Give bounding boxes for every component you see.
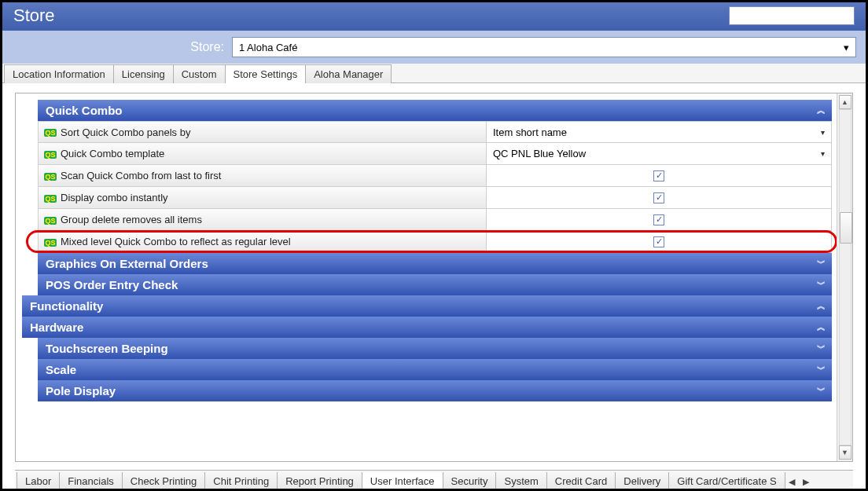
checkbox[interactable]: ✓ (653, 214, 664, 225)
settings-row-dropdown[interactable]: QC PNL Blue Yellow▾ (487, 143, 831, 164)
section-title: Quick Combo (46, 104, 123, 117)
tab-bottom[interactable]: User Interface (362, 472, 443, 491)
store-label: Store: (12, 40, 224, 54)
chevron-down-icon: ▾ (821, 128, 825, 137)
svg-text:QS: QS (45, 129, 55, 137)
svg-text:QS: QS (45, 217, 55, 225)
settings-row-label: QSScan Quick Combo from last to first (39, 165, 487, 186)
settings-row: QSDisplay combo instantly✓ (38, 187, 832, 209)
tabs-top: Location InformationLicensingCustomStore… (2, 64, 866, 83)
settings-row-label: QSDisplay combo instantly (39, 187, 487, 208)
store-dropdown-value: 1 Aloha Café (239, 42, 297, 53)
settings-row-checkbox-cell[interactable]: ✓ (487, 165, 831, 186)
tab-bottom[interactable]: Financials (59, 472, 123, 491)
settings-row-label-text: Sort Quick Combo panels by (61, 126, 190, 138)
checkbox[interactable]: ✓ (653, 170, 664, 181)
tab-bottom[interactable]: System (495, 472, 546, 491)
tab-bottom[interactable]: Delivery (615, 472, 669, 491)
collapse-up-icon: ︽ (817, 321, 824, 333)
section-title: Scale (46, 363, 76, 376)
store-dropdown[interactable]: 1 Aloha Café ▾ (232, 37, 856, 57)
section-header-scale[interactable]: Scale ︾ (38, 359, 832, 380)
section-title: Hardware (30, 321, 83, 334)
tab-top[interactable]: Store Settings (225, 64, 307, 83)
tab-top[interactable]: Aloha Manager (305, 64, 392, 83)
app-title: Store (13, 5, 55, 26)
settings-row-label: QSSort Quick Combo panels by (39, 122, 487, 142)
dropdown-value: QC PNL Blue Yellow (493, 148, 586, 159)
dropdown-value: Item short name (493, 126, 567, 138)
expand-down-icon: ︾ (817, 364, 824, 376)
settings-row-label-text: Group delete removes all items (61, 214, 202, 225)
section-header-pos-order[interactable]: POS Order Entry Check ︾ (38, 274, 832, 295)
qs-icon: QS (43, 148, 57, 160)
titlebar-search-input[interactable] (729, 6, 855, 25)
tab-top[interactable]: Location Information (4, 64, 114, 83)
settings-panel: Quick Combo ︽ QSSort Quick Combo panels … (15, 93, 853, 462)
settings-row-label-text: Quick Combo template (61, 148, 164, 159)
svg-text:QS: QS (45, 173, 55, 181)
qs-icon: QS (43, 126, 57, 138)
settings-row: QSGroup delete removes all items✓ (38, 209, 832, 231)
svg-text:QS: QS (45, 195, 55, 203)
tabs-bottom: LaborFinancialsCheck PrintingChit Printi… (15, 470, 853, 491)
settings-row-checkbox-cell[interactable]: ✓ (487, 209, 831, 230)
section-title: Touchscreen Beeping (46, 342, 168, 355)
tab-scroll-left-icon[interactable]: ◀ (785, 475, 799, 489)
svg-text:QS: QS (45, 151, 55, 159)
title-bar: Store (2, 2, 866, 31)
settings-row-checkbox-cell[interactable]: ✓ (487, 187, 831, 208)
tab-top[interactable]: Licensing (113, 64, 174, 83)
tab-bottom[interactable]: Check Printing (122, 472, 206, 491)
settings-row-label: QSQuick Combo template (39, 143, 487, 164)
tab-bottom[interactable]: Labor (17, 472, 60, 491)
settings-row: QSScan Quick Combo from last to first✓ (38, 165, 832, 187)
section-title: Functionality (30, 299, 103, 313)
settings-row-label-text: Scan Quick Combo from last to first (61, 170, 221, 181)
tab-bottom[interactable]: Credit Card (546, 472, 616, 491)
checkbox[interactable]: ✓ (653, 192, 664, 203)
qs-icon: QS (43, 236, 57, 248)
tab-top[interactable]: Custom (173, 64, 226, 83)
collapse-up-icon: ︽ (817, 104, 824, 116)
tab-bottom[interactable]: Gift Card/Certificate S (668, 472, 785, 491)
scroll-down-arrow-icon[interactable]: ▼ (839, 445, 851, 460)
section-header-functionality[interactable]: Functionality ︽ (22, 295, 832, 317)
vertical-scrollbar[interactable]: ▲ ▼ (837, 93, 852, 461)
settings-row-label-text: Mixed level Quick Combo to reflect as re… (61, 236, 291, 247)
settings-row-dropdown[interactable]: Item short name▾ (487, 122, 831, 142)
scroll-up-arrow-icon[interactable]: ▲ (839, 95, 851, 109)
settings-row-label: QSMixed level Quick Combo to reflect as … (39, 231, 487, 252)
tab-bottom[interactable]: Chit Printing (204, 472, 278, 491)
settings-row: QSQuick Combo templateQC PNL Blue Yellow… (38, 143, 832, 165)
settings-row: QSMixed level Quick Combo to reflect as … (38, 231, 832, 253)
settings-scroll-area[interactable]: Quick Combo ︽ QSSort Quick Combo panels … (16, 93, 837, 461)
tab-bottom[interactable]: Report Printing (277, 472, 362, 491)
tab-bottom[interactable]: Security (443, 472, 497, 491)
expand-down-icon: ︾ (817, 258, 824, 269)
section-header-touchscreen[interactable]: Touchscreen Beeping ︾ (38, 338, 832, 359)
section-header-pole-display[interactable]: Pole Display ︾ (38, 380, 832, 401)
store-selector-bar: Store: 1 Aloha Café ▾ (2, 31, 866, 64)
section-header-graphics[interactable]: Graphics On External Orders ︾ (38, 253, 832, 274)
expand-down-icon: ︾ (817, 343, 824, 354)
svg-text:QS: QS (45, 239, 55, 247)
quick-combo-grid: QSSort Quick Combo panels byItem short n… (38, 121, 832, 253)
checkbox[interactable]: ✓ (653, 236, 664, 247)
collapse-up-icon: ︽ (817, 300, 824, 312)
qs-icon: QS (43, 170, 57, 182)
section-title: POS Order Entry Check (46, 278, 178, 291)
section-title: Graphics On External Orders (46, 257, 208, 270)
scroll-track[interactable] (839, 109, 851, 445)
chevron-down-icon: ▾ (844, 42, 849, 53)
tab-scroll-right-icon[interactable]: ▶ (799, 475, 813, 489)
chevron-down-icon: ▾ (821, 149, 825, 158)
section-header-quick-combo[interactable]: Quick Combo ︽ (38, 100, 832, 121)
settings-row-label: QSGroup delete removes all items (39, 209, 487, 230)
section-header-hardware[interactable]: Hardware ︽ (22, 317, 832, 338)
settings-row-checkbox-cell[interactable]: ✓ (487, 231, 831, 252)
scroll-thumb[interactable] (840, 212, 852, 244)
qs-icon: QS (43, 214, 57, 226)
qs-icon: QS (43, 192, 57, 204)
settings-row: QSSort Quick Combo panels byItem short n… (38, 121, 832, 143)
